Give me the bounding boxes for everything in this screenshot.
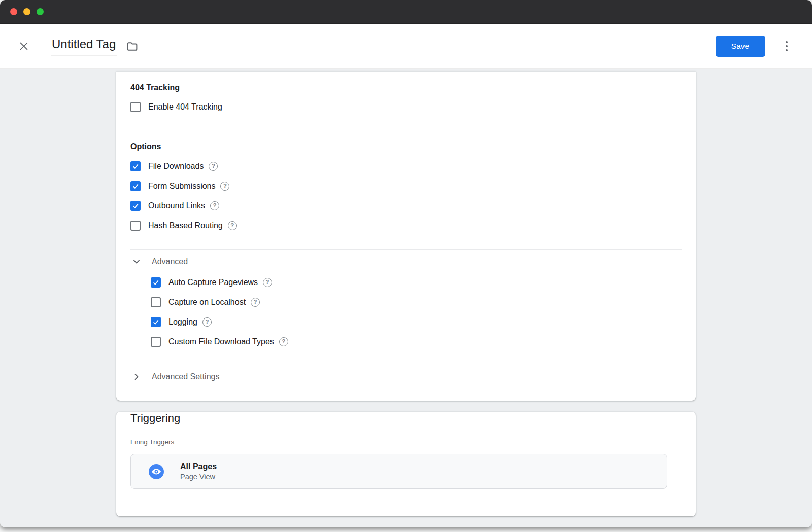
checkbox-label: Capture on Localhost [168,298,246,307]
advanced-settings-expander[interactable]: Advanced Settings [130,371,682,382]
section-heading-404-tracking: 404 Tracking [130,83,682,92]
file-downloads-checkbox[interactable] [130,161,141,171]
checkmark-icon [152,278,160,287]
custom-file-download-types-checkbox[interactable] [151,337,161,347]
form-submissions-checkbox[interactable] [130,181,141,191]
help-icon[interactable] [263,278,272,287]
advanced-settings-label: Advanced Settings [152,372,219,381]
save-button[interactable]: Save [716,36,765,57]
option-row-auto-capture-pageviews: Auto Capture Pageviews [151,277,682,288]
option-row-outbound-links: Outbound Links [130,200,682,211]
close-window-button[interactable] [10,8,17,15]
section-heading-options: Options [130,141,682,151]
close-icon[interactable] [18,41,29,52]
advanced-label: Advanced [152,257,188,266]
zoom-window-button[interactable] [37,8,44,15]
folder-icon[interactable] [126,40,139,53]
checkbox-label: Logging [168,317,197,327]
triggering-heading: Triggering [130,412,682,425]
chevron-down-icon [132,258,141,266]
checkmark-icon [131,182,140,190]
checkbox-label: Custom File Download Types [168,337,274,346]
checkbox-label: Auto Capture Pageviews [168,278,258,287]
help-icon[interactable] [210,201,219,210]
app-window: Untitled Tag Save 404 Tracking Enable 40… [0,0,812,527]
section-divider [130,72,682,72]
checkbox-label: Hash Based Routing [148,221,223,230]
macos-titlebar [0,0,812,24]
help-icon[interactable] [279,337,288,346]
eye-icon [149,464,164,479]
section-divider [130,364,682,364]
help-icon[interactable] [251,298,260,307]
auto-capture-pageviews-checkbox[interactable] [151,277,161,288]
help-icon[interactable] [209,162,218,171]
option-row-form-submissions: Form Submissions [130,181,682,192]
option-row-capture-on-localhost: Capture on Localhost [151,297,682,308]
minimize-window-button[interactable] [23,8,30,15]
checkmark-icon [131,162,140,170]
chevron-right-icon [132,373,141,381]
option-row-custom-file-download-types: Custom File Download Types [151,336,682,347]
tag-configuration-scroll-area[interactable]: 404 Tracking Enable 404 Tracking Options… [0,69,812,527]
tag-name-value: Untitled Tag [52,38,116,51]
tag-name-input[interactable]: Untitled Tag [51,37,117,56]
checkbox-label: Form Submissions [148,182,215,191]
section-divider [130,130,682,130]
advanced-expander[interactable]: Advanced [130,256,682,267]
trigger-name: All Pages [180,462,217,471]
checkbox-label: Outbound Links [148,201,205,210]
hash-based-routing-checkbox[interactable] [130,221,141,231]
checkbox-label: File Downloads [148,162,204,171]
logging-checkbox[interactable] [151,317,161,327]
help-icon[interactable] [228,221,237,230]
checkmark-icon [131,202,140,210]
help-icon[interactable] [220,182,229,191]
option-row-logging: Logging [151,316,682,328]
tag-settings-card: 404 Tracking Enable 404 Tracking Options… [116,72,696,401]
checkbox-label: Enable 404 Tracking [148,102,222,112]
section-divider [130,249,682,250]
trigger-type: Page View [180,473,217,481]
trigger-row-all-pages[interactable]: All Pages Page View [130,454,667,489]
more-options-icon[interactable] [784,39,790,54]
enable-404-tracking-row: Enable 404 Tracking [130,101,682,113]
outbound-links-checkbox[interactable] [130,201,141,211]
option-row-hash-based-routing: Hash Based Routing [130,220,682,231]
checkmark-icon [152,318,160,326]
help-icon[interactable] [202,317,212,327]
firing-triggers-label: Firing Triggers [130,438,682,446]
enable-404-tracking-checkbox[interactable] [130,102,141,112]
tag-editor-header: Untitled Tag Save [0,24,812,69]
capture-on-localhost-checkbox[interactable] [151,297,161,307]
traffic-lights [10,8,44,15]
triggering-card: Triggering Firing Triggers All Pages Pag… [116,412,696,516]
option-row-file-downloads: File Downloads [130,161,682,172]
